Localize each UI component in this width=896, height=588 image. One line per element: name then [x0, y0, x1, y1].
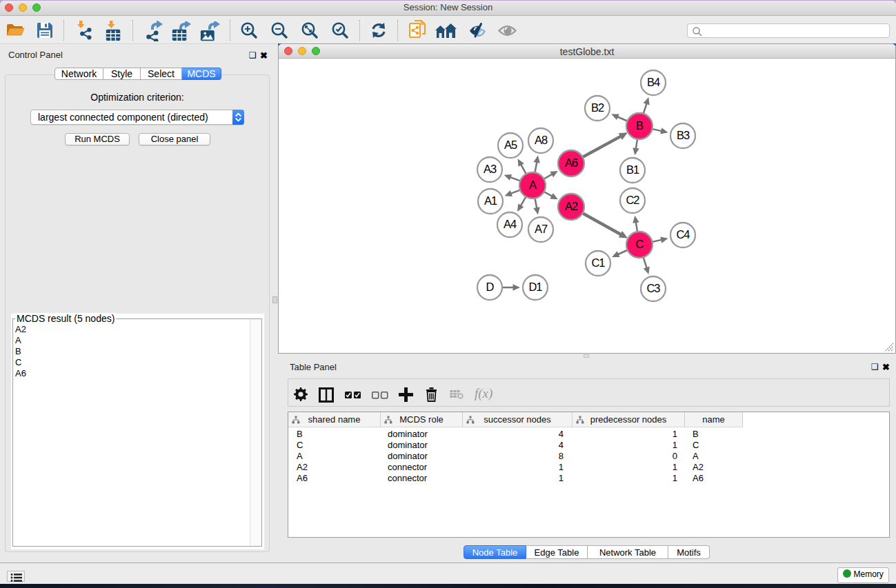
svg-text:A6: A6: [565, 156, 578, 169]
svg-text:C2: C2: [626, 194, 639, 206]
svg-text:f(x): f(x): [475, 387, 492, 401]
svg-text:D: D: [486, 281, 495, 293]
svg-text:A5: A5: [504, 139, 517, 151]
svg-text:C: C: [636, 238, 644, 250]
svg-text:B2: B2: [591, 101, 604, 114]
svg-text:A7: A7: [535, 223, 548, 235]
svg-text:B1: B1: [626, 163, 639, 176]
svg-text:B: B: [636, 119, 644, 132]
svg-text:B4: B4: [647, 76, 660, 88]
svg-text:A1: A1: [484, 194, 497, 207]
svg-text:C1: C1: [591, 256, 605, 269]
svg-text:A4: A4: [504, 218, 517, 230]
svg-text:A8: A8: [535, 134, 548, 146]
svg-text:B3: B3: [677, 129, 690, 141]
svg-text:C4: C4: [676, 228, 690, 241]
svg-text:D1: D1: [528, 281, 542, 293]
svg-text:A: A: [529, 179, 537, 191]
svg-text:A2: A2: [565, 200, 578, 212]
svg-text:C3: C3: [646, 282, 660, 294]
svg-text:A3: A3: [484, 163, 497, 175]
